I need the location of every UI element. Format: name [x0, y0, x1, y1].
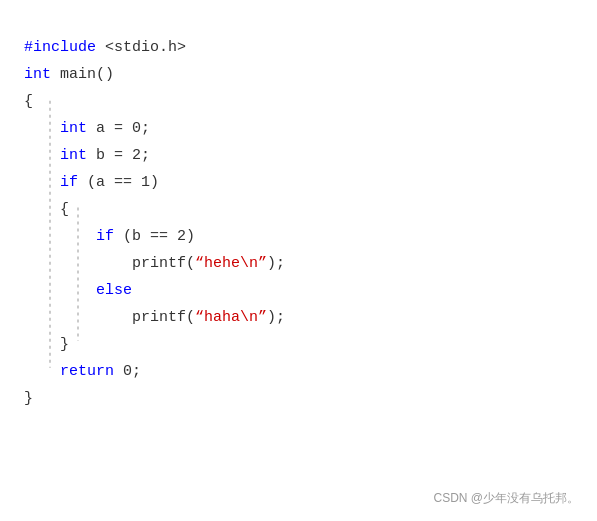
- token: printf(: [132, 255, 195, 272]
- token: else: [96, 282, 132, 299]
- code-line: {: [24, 88, 597, 115]
- token: a = 0;: [87, 120, 150, 137]
- code-line: int main(): [24, 61, 597, 88]
- token: int: [24, 66, 51, 83]
- token: “hehe\n”: [195, 255, 267, 272]
- code-line: }: [24, 385, 597, 412]
- token: if: [96, 228, 114, 245]
- token: }: [24, 390, 33, 407]
- token: main(): [51, 66, 114, 83]
- token: return: [60, 363, 114, 380]
- code-line: int a = 0;: [24, 115, 597, 142]
- token: “haha\n”: [195, 309, 267, 326]
- code-container: #include <stdio.h> int main() { int a = …: [0, 0, 597, 521]
- token: {: [24, 93, 33, 110]
- token: );: [267, 255, 285, 272]
- token: }: [60, 336, 69, 353]
- code-line: printf(“hehe\n”);: [24, 250, 597, 277]
- token: printf(: [132, 309, 195, 326]
- token: <stdio.h>: [105, 39, 186, 56]
- code-line: if (a == 1): [24, 169, 597, 196]
- code-display: #include <stdio.h> int main() { int a = …: [0, 18, 597, 428]
- token: (b == 2): [114, 228, 195, 245]
- code-line: return 0;: [24, 358, 597, 385]
- token: 0;: [114, 363, 141, 380]
- code-line: printf(“haha\n”);: [24, 304, 597, 331]
- code-line: else: [24, 277, 597, 304]
- code-line: {: [24, 196, 597, 223]
- token: );: [267, 309, 285, 326]
- token: #include: [24, 39, 105, 56]
- watermark: CSDN @少年没有乌托邦。: [433, 490, 579, 507]
- code-line: }: [24, 331, 597, 358]
- token: b = 2;: [87, 147, 150, 164]
- code-line: #include <stdio.h>: [24, 34, 597, 61]
- token: if: [60, 174, 78, 191]
- code-line: int b = 2;: [24, 142, 597, 169]
- token: int: [60, 147, 87, 164]
- token: {: [60, 201, 69, 218]
- token: (a == 1): [78, 174, 159, 191]
- token: int: [60, 120, 87, 137]
- code-line: if (b == 2): [24, 223, 597, 250]
